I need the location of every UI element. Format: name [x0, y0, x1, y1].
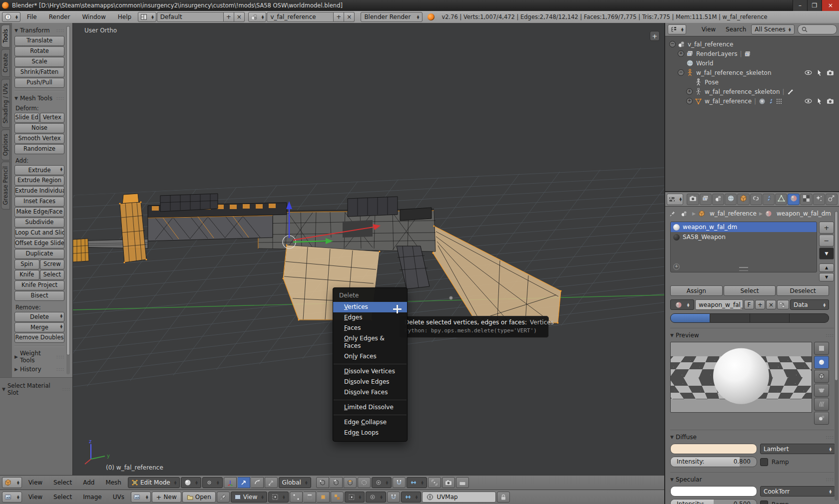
- nodes-button[interactable]: [777, 300, 789, 309]
- tool-button-make-edge-face[interactable]: Make Edge/Face: [14, 207, 64, 217]
- tool-button-scale[interactable]: Scale: [14, 57, 64, 67]
- header-menu-mesh[interactable]: Mesh: [100, 479, 127, 486]
- diffuse-intensity-slider[interactable]: Intensity: 0.800: [670, 457, 757, 467]
- 3d-viewport[interactable]: User Ortho (0) w_fal_reference z y + Del…: [72, 23, 665, 475]
- preview-flat-button[interactable]: [814, 342, 829, 355]
- toolshelf-scrollbar[interactable]: [66, 26, 70, 374]
- tool-button-rotate[interactable]: Rotate: [14, 46, 64, 56]
- scene-field[interactable]: v_fal_reference: [267, 12, 334, 22]
- menu-item-dissolve-edges[interactable]: Dissolve Edges: [333, 377, 407, 387]
- selectability-toggle[interactable]: [816, 97, 823, 105]
- topbar-menu-window[interactable]: Window: [76, 13, 111, 20]
- collapse-icon[interactable]: −: [669, 41, 676, 47]
- orientation-dropdown[interactable]: Global▲▼: [279, 477, 311, 488]
- tab-data[interactable]: [775, 194, 787, 205]
- header-menu-add[interactable]: Add: [77, 479, 100, 486]
- uv-snap-button[interactable]: [387, 492, 400, 503]
- outliner-scope-dropdown[interactable]: All Scenes▲▼: [751, 24, 794, 34]
- renderability-toggle[interactable]: [827, 97, 834, 105]
- panel-header-collapsed-weight-tools[interactable]: ▶ Weight Tools::::: [14, 350, 64, 364]
- layout-field[interactable]: Default: [157, 12, 224, 22]
- outliner-row-world[interactable]: World: [669, 58, 838, 68]
- outliner-row-renderlayers[interactable]: +RenderLayers|: [669, 49, 838, 58]
- menu-item-only-faces[interactable]: Only Faces: [333, 351, 407, 362]
- menu-item-edge-collapse[interactable]: Edge Collapse: [333, 417, 407, 428]
- tab-particles[interactable]: [813, 194, 825, 205]
- new-material-button[interactable]: +: [755, 300, 765, 309]
- expand-icon[interactable]: +: [686, 98, 693, 104]
- render-mode-wire[interactable]: [710, 313, 750, 323]
- menu-item-faces[interactable]: Faces: [333, 323, 407, 333]
- preview-hair-button[interactable]: [814, 398, 829, 411]
- render-mode-surface[interactable]: [670, 313, 710, 323]
- outliner-search-input[interactable]: [798, 24, 838, 34]
- rifle-mesh[interactable]: [73, 194, 562, 324]
- specular-intensity-slider[interactable]: Intensity: 0.500: [670, 499, 757, 504]
- topbar-menu-render[interactable]: Render: [43, 13, 76, 20]
- scene-add-button[interactable]: +: [334, 12, 344, 22]
- preview-world-sphere-button[interactable]: [814, 412, 829, 425]
- uv-snap-element-dropdown[interactable]: ▲▼: [401, 492, 421, 503]
- editor-type-button[interactable]: ▲▼: [668, 24, 686, 34]
- render-mode-halo[interactable]: [790, 313, 829, 323]
- tool-button-loop-cut-and-slide[interactable]: Loop Cut and Slide: [14, 228, 64, 238]
- editor-type-button[interactable]: ▲▼: [2, 492, 22, 503]
- toolshelf-tab-shading-uvs[interactable]: Shading / UVs: [1, 79, 10, 128]
- render-mode-volume[interactable]: [750, 313, 790, 323]
- outliner-view-menu[interactable]: View: [697, 26, 721, 33]
- manipulator-translate-button[interactable]: [238, 477, 250, 488]
- tool-button[interactable]: Select: [40, 270, 65, 280]
- toolshelf-tab-create[interactable]: Create: [1, 49, 10, 77]
- tool-button-knife-project[interactable]: Knife Project: [14, 280, 64, 290]
- data-source-dropdown[interactable]: Data▲▼: [790, 299, 829, 310]
- uv-edge-select-button[interactable]: [304, 492, 316, 503]
- tool-button-slide-ed[interactable]: Slide Ed: [14, 113, 39, 123]
- header-menu-view[interactable]: View: [23, 494, 48, 501]
- visibility-toggle[interactable]: [805, 69, 812, 76]
- scene-delete-button[interactable]: ×: [344, 12, 355, 22]
- outliner-row-v-fal-reference[interactable]: −v_fal_reference: [669, 39, 838, 49]
- collapse-icon[interactable]: −: [678, 69, 684, 76]
- slot-move-down-button[interactable]: ▼: [819, 273, 834, 281]
- pin-icon[interactable]: [669, 210, 676, 217]
- manipulator-axis-button[interactable]: [224, 477, 237, 488]
- layout-browse-button[interactable]: ▲▼: [138, 12, 156, 22]
- empty-object-dot[interactable]: [449, 296, 453, 300]
- assign-button[interactable]: Assign: [670, 285, 723, 296]
- properties-scrollbar[interactable]: [835, 211, 838, 501]
- layout-add-button[interactable]: +: [224, 12, 234, 22]
- tool-button-remove-doubles[interactable]: Remove Doubles: [14, 333, 64, 343]
- header-menu-view[interactable]: View: [23, 479, 48, 486]
- diffuse-ramp-checkbox[interactable]: [760, 458, 768, 466]
- material-name-field[interactable]: weapon_w_fal_dm: [695, 299, 743, 310]
- tool-button-randomize[interactable]: Randomize: [14, 144, 64, 154]
- breadcrumb-material[interactable]: weapon_w_fal_dm: [777, 210, 831, 217]
- preview-cube-button[interactable]: [814, 370, 829, 383]
- limit-selection-visible-button[interactable]: [358, 477, 371, 488]
- viewport-shading-dropdown[interactable]: ▲▼: [181, 477, 201, 488]
- diffuse-color-swatch[interactable]: [670, 444, 757, 454]
- edge-select-button[interactable]: [330, 477, 343, 488]
- tool-dropdown-extrude[interactable]: Extrude ▲▼: [14, 165, 64, 175]
- panel-header-diffuse[interactable]: ▼ Diffuse::::: [670, 430, 834, 441]
- uv-face-select-button[interactable]: [317, 492, 330, 503]
- uv-island-select-button[interactable]: [331, 492, 344, 503]
- specular-color-swatch[interactable]: [670, 486, 757, 497]
- visibility-toggle[interactable]: [805, 97, 812, 105]
- tab-scene[interactable]: [712, 194, 724, 205]
- tab-object[interactable]: [737, 194, 749, 205]
- header-menu-uvs[interactable]: UVs: [107, 494, 130, 501]
- mode-dropdown[interactable]: Edit Mode▲▼: [128, 477, 180, 488]
- menu-item-limited-dissolve[interactable]: Limited Dissolve: [333, 402, 407, 413]
- panel-header-preview[interactable]: ▼ Preview::::: [670, 328, 834, 339]
- panel-header-collapsed-history[interactable]: ▶ History::::: [14, 366, 64, 373]
- material-slot-weapon-w-fal-dm[interactable]: weapon_w_fal_dm: [671, 222, 817, 232]
- toolshelf-tab-grease-pencil[interactable]: Grease Pencil: [1, 162, 10, 210]
- vertex-select-button[interactable]: [316, 477, 329, 488]
- preview-sphere-button[interactable]: [814, 356, 829, 369]
- preview-monkey-button[interactable]: [814, 384, 829, 397]
- panel-header-operator[interactable]: ▼ Select Material Slot::::: [2, 382, 70, 396]
- snap-element-dropdown[interactable]: ▲▼: [407, 477, 427, 488]
- header-menu-image[interactable]: Image: [77, 494, 107, 501]
- tool-button-offset-edge-slide[interactable]: Offset Edge Slide: [14, 239, 64, 249]
